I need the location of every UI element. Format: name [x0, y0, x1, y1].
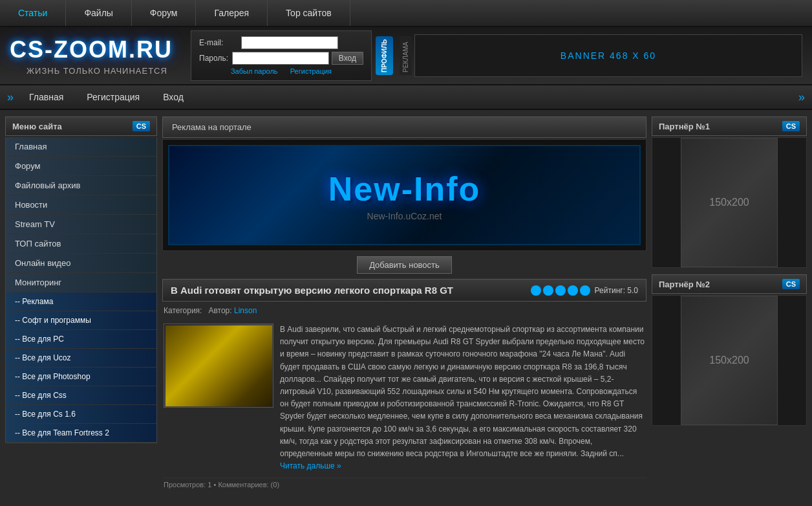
- ad-banner-area: New-Info New-Info.uCoz.net: [162, 139, 646, 251]
- partner1-header: Партнёр №1 CS: [652, 116, 807, 136]
- sidebar-item-home[interactable]: Главная: [6, 137, 156, 157]
- sidebar-cs-badge: CS: [133, 121, 150, 131]
- password-input[interactable]: [232, 52, 329, 65]
- sidebar-item-online-video[interactable]: Онлайн видео: [6, 254, 156, 273]
- author-link[interactable]: Linson: [234, 306, 257, 315]
- ad-section-header: Реклама на портале: [162, 116, 646, 138]
- right-sidebar: Партнёр №1 CS 150x200 Партнёр №2 CS 150x…: [652, 116, 807, 491]
- partner2-banner[interactable]: 150x200: [652, 295, 807, 426]
- sidebar-item-reklama[interactable]: -- Реклама: [6, 292, 156, 311]
- article-img-inner: [166, 325, 272, 406]
- star-4[interactable]: [568, 285, 578, 296]
- email-label: E-mail:: [199, 38, 241, 47]
- nav-files[interactable]: Файлы: [66, 0, 131, 26]
- article-footer: Просмотров: 1 • Комментариев: (0): [162, 478, 646, 491]
- logo-area: CS-ZOOM.RU ЖИЗНЬ ТОЛЬКО НАЧИНАЕТСЯ: [10, 36, 184, 76]
- sidebar-title: Меню сайта: [12, 122, 62, 131]
- sidebar-item-tf2[interactable]: -- Все для Team Fortress 2: [6, 424, 156, 443]
- sidebar-item-streamtv[interactable]: Stream TV: [6, 215, 156, 234]
- nav-top-sites[interactable]: Top сайтов: [268, 0, 350, 26]
- login-form: E-mail: Пароль: Вход Забыл пароль Регист…: [191, 30, 372, 81]
- rating-area: Рейтинг: 5.0: [531, 285, 638, 296]
- header-banner: BANNER 468 X 60: [414, 34, 802, 77]
- main-wrapper: Меню сайта CS Главная Форум Файловый арх…: [0, 110, 812, 498]
- article-header: В Audi готовят открытую версию легкого с…: [162, 279, 646, 302]
- partner1-banner-inner: 150x200: [681, 138, 778, 267]
- email-input[interactable]: [241, 36, 338, 49]
- sidebar-item-monitoring[interactable]: Мониторинг: [6, 273, 156, 292]
- forgot-password-link[interactable]: Забыл пароль: [231, 67, 278, 75]
- banner-text: BANNER 468 X 60: [561, 50, 656, 61]
- reklama-label: РЕКЛАМА: [400, 36, 412, 75]
- sidebar-item-news[interactable]: Новости: [6, 195, 156, 215]
- partner1-title: Партнёр №1: [659, 122, 710, 131]
- nav-arrow-left: »: [3, 91, 17, 104]
- star-5[interactable]: [580, 285, 590, 296]
- partner1-cs-badge: CS: [782, 121, 800, 131]
- partner2-cs-badge: CS: [782, 279, 800, 289]
- ad-banner-image[interactable]: New-Info New-Info.uCoz.net: [168, 145, 641, 245]
- logo-subtitle: ЖИЗНЬ ТОЛЬКО НАЧИНАЕТСЯ: [10, 66, 184, 76]
- star-2[interactable]: [543, 285, 553, 296]
- left-sidebar: Меню сайта CS Главная Форум Файловый арх…: [5, 116, 157, 491]
- category-label: Категория:: [164, 306, 202, 315]
- nav-articles[interactable]: Статьи: [0, 0, 66, 26]
- read-more-link[interactable]: Читать дальше »: [280, 461, 341, 470]
- profile-button[interactable]: ПРОФИЛЬ: [376, 36, 393, 75]
- article-text: В Audi заверили, что самый быстрый и лег…: [280, 324, 645, 472]
- partner2-banner-text: 150x200: [709, 355, 749, 366]
- ad-banner-text: New-Info: [328, 170, 481, 208]
- sidebar-item-cs16[interactable]: -- Все для Cs 1.6: [6, 405, 156, 424]
- logo-title: CS-ZOOM.RU: [10, 36, 184, 63]
- star-3[interactable]: [555, 285, 566, 296]
- sidebar-item-soft[interactable]: -- Софт и программы: [6, 311, 156, 330]
- nav-arrow-right: »: [795, 91, 809, 104]
- sidebar-item-ucoz[interactable]: -- Все для Ucoz: [6, 349, 156, 368]
- secondary-navigation: » Главная Регистрация Вход »: [0, 85, 812, 110]
- author-label: Автор:: [208, 306, 231, 315]
- nav-forum[interactable]: Форум: [132, 0, 197, 26]
- center-content: Реклама на портале New-Info New-Info.uCo…: [162, 116, 646, 491]
- sec-nav-login[interactable]: Вход: [151, 85, 195, 109]
- password-label: Пароль:: [199, 54, 232, 63]
- article-section: В Audi готовят открытую версию легкого с…: [162, 279, 646, 491]
- ad-banner-sub: New-Info.uCoz.net: [367, 211, 442, 221]
- sidebar-item-top-sites[interactable]: ТОП сайтов: [6, 234, 156, 254]
- article-body: В Audi заверили, что самый быстрый и лег…: [162, 321, 646, 475]
- article-image: [164, 324, 273, 408]
- sidebar-item-forum[interactable]: Форум: [6, 157, 156, 176]
- top-navigation: Статьи Файлы Форум Галерея Top сайтов: [0, 0, 812, 27]
- enter-button[interactable]: Вход: [332, 52, 363, 65]
- article-meta: Категория: Автор: Linson: [162, 304, 646, 317]
- star-1[interactable]: [531, 285, 541, 296]
- add-news-button[interactable]: Добавить новость: [357, 256, 452, 274]
- partner1-banner-text: 150x200: [709, 197, 749, 208]
- article-title: В Audi готовят открытую версию легкого с…: [171, 285, 453, 296]
- sec-nav-home[interactable]: Главная: [17, 85, 75, 109]
- ad-title: Реклама на портале: [172, 122, 251, 132]
- partner2-header: Партнёр №2 CS: [652, 274, 807, 294]
- register-link[interactable]: Регистрация: [290, 67, 332, 75]
- nav-gallery[interactable]: Галерея: [196, 0, 268, 26]
- sidebar-header: Меню сайта CS: [5, 116, 157, 136]
- partner2-banner-inner: 150x200: [681, 296, 778, 425]
- sec-nav-register[interactable]: Регистрация: [75, 85, 151, 109]
- sidebar-menu: Главная Форум Файловый архив Новости Str…: [5, 137, 157, 443]
- sidebar-item-css[interactable]: -- Все для Css: [6, 386, 156, 405]
- partner1-banner[interactable]: 150x200: [652, 137, 807, 268]
- login-links: Забыл пароль Регистрация: [199, 67, 363, 75]
- rating-value: Рейтинг: 5.0: [595, 286, 638, 295]
- partner2-title: Партнёр №2: [659, 280, 710, 289]
- sidebar-item-pc[interactable]: -- Все для PC: [6, 330, 156, 349]
- sidebar-item-files[interactable]: Файловый архив: [6, 176, 156, 195]
- site-header: CS-ZOOM.RU ЖИЗНЬ ТОЛЬКО НАЧИНАЕТСЯ E-mai…: [0, 27, 812, 85]
- sidebar-item-photoshop[interactable]: -- Все для Photoshop: [6, 368, 156, 386]
